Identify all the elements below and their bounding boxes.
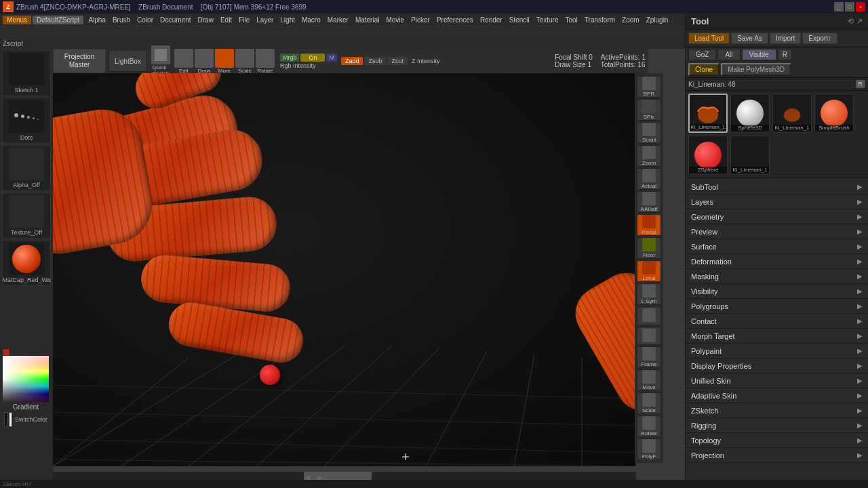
all-button[interactable]: All [717,49,740,60]
morph-target-section[interactable]: Morph Target ▶ [686,329,868,344]
menu-marker[interactable]: Marker [324,16,352,24]
load-tool-button[interactable]: Load Tool [688,33,730,44]
polyf-button[interactable]: PolyF [637,439,661,460]
visible-button[interactable]: Visible [742,49,776,60]
menu-file[interactable]: File [235,16,253,24]
persp-button[interactable]: Persp [637,214,661,236]
menu-document[interactable]: Document [157,16,195,24]
m-button[interactable]: M [326,54,337,62]
zadd-button[interactable]: Zadd [341,57,363,65]
local-button[interactable]: Local [637,260,661,282]
scale-button[interactable]: Scale [235,49,254,74]
export-button[interactable]: Export↑ [802,33,837,44]
masking-section[interactable]: Masking ▶ [686,269,868,284]
menu-transform[interactable]: Transform [581,16,618,24]
canvas-scrollbar[interactable] [53,472,636,480]
aahalf-button[interactable]: AAHalf [637,191,661,213]
menu-light[interactable]: Light [277,16,298,24]
menu-movie[interactable]: Movie [382,16,408,24]
layers-section[interactable]: Layers ▶ [686,195,868,209]
black-color-swatch[interactable] [4,412,7,427]
menu-edit[interactable]: Edit [217,16,235,24]
display-properties-section[interactable]: Display Properties ▶ [686,359,868,373]
rigging-section[interactable]: Rigging ▶ [686,418,868,433]
adaptive-skin-section[interactable]: Adaptive Skin ▶ [686,388,868,403]
polypaint-section[interactable]: Polypaint ▶ [686,344,868,359]
matcap-thumbnail[interactable]: MatCap_Red_Wa [2,240,51,286]
r-button[interactable]: R [778,49,792,60]
menu-picker[interactable]: Picker [408,16,433,24]
quick-sketch-icon[interactable] [151,45,170,64]
edit-button[interactable]: Edit [174,49,193,74]
mrgb-button[interactable]: Mrgb [280,54,300,62]
menus-button[interactable]: Menus [3,16,31,24]
move-button[interactable]: Move [637,369,661,391]
goz-button[interactable]: GoZ [688,49,716,60]
menu-texture[interactable]: Texture [533,16,562,24]
maximize-button[interactable]: □ [845,2,854,12]
alpha-thumbnail[interactable]: Alpha_Off [2,145,51,191]
geometry-section[interactable]: Geometry ▶ [686,209,868,224]
menu-draw[interactable]: Draw [195,16,217,24]
minimize-button[interactable]: _ [834,2,844,12]
color-picker[interactable]: Gradient SwitchColor [1,348,50,428]
rotate-button[interactable]: Rotate [256,49,275,74]
sym1-button[interactable] [637,306,661,325]
color-spectrum[interactable] [3,356,49,402]
menu-alpha[interactable]: Alpha [85,16,109,24]
sketch-thumbnail[interactable]: Sketch 1 [2,50,51,96]
import-button[interactable]: Import [770,33,801,44]
scroll-button[interactable]: Scroll [637,122,661,144]
menu-color[interactable]: Color [134,16,157,24]
clone-button[interactable]: Clone [688,63,719,76]
zsphere-thumb[interactable]: ZSphere [688,136,728,175]
simple-brush-thumb[interactable]: SimpleBrush [814,94,854,133]
white-color-swatch[interactable] [9,412,12,427]
topology-section[interactable]: Topology ▶ [686,433,868,448]
scroll-thumb[interactable] [304,472,372,480]
unified-skin-section[interactable]: Unified Skin ▶ [686,373,868,388]
spix-button[interactable]: SPix [637,99,661,121]
menu-brush[interactable]: Brush [109,16,134,24]
ki-r-button[interactable]: R [856,80,866,88]
visibility-section[interactable]: Visibility ▶ [686,284,868,299]
zsub-button[interactable]: Zsub [364,57,386,65]
projection-section[interactable]: Projection ▶ [686,448,868,463]
contact-section[interactable]: Contact ▶ [686,314,868,329]
zcut-button[interactable]: Zcut [387,57,408,65]
menu-macro[interactable]: Macro [298,16,324,24]
dots-thumbnail[interactable]: Dots [2,98,51,144]
preview-section[interactable]: Preview ▶ [686,224,868,239]
lsym-button[interactable]: L.Sym [637,283,661,305]
default-script-button[interactable]: DefaultZScript [33,16,83,24]
menu-material[interactable]: Material [352,16,383,24]
menu-preferences[interactable]: Preferences [433,16,477,24]
more-button[interactable]: More [215,49,234,74]
surface-section[interactable]: Surface ▶ [686,239,868,254]
ki-lineman-thumb-2[interactable]: Ki_Lineman_1 [772,94,812,133]
sphere3d-thumb[interactable]: Sphere3D [730,94,770,133]
texture-thumbnail[interactable]: Texture_Off [2,192,51,239]
lightbox-button[interactable]: LightBox [108,50,147,72]
ki-lineman-thumb-3[interactable]: Ki_Lineman_1 [730,136,770,175]
projection-master-button[interactable]: ProjectionMaster [53,49,106,73]
tool-panel-restore[interactable]: ↗ [856,17,863,26]
menu-zoom[interactable]: Zoom [618,16,643,24]
menu-zplugin[interactable]: Zplugin [643,16,672,24]
subtool-section[interactable]: SubTool ▶ [686,180,868,195]
actual-button[interactable]: Actual [637,168,661,190]
sym2-button[interactable] [637,327,661,346]
zsketch-section[interactable]: ZSketch ▶ [686,403,868,418]
deformation-section[interactable]: Deformation ▶ [686,254,868,269]
scale-right-button[interactable]: Scale [637,392,661,414]
zoom-button[interactable]: Zoom [637,145,661,167]
on-button[interactable]: On [300,54,325,62]
bpr-button[interactable]: BPR [637,76,661,98]
frame-button[interactable]: Frame [637,346,661,368]
close-button[interactable]: × [856,2,865,12]
menu-stencil[interactable]: Stencil [506,16,533,24]
ki-lineman-thumb-1[interactable]: Ki_Lineman_1 [688,94,728,133]
menu-layer[interactable]: Layer [253,16,277,24]
draw-button[interactable]: Draw [195,49,214,74]
make-polymesh3d-button[interactable]: Make PolyMesh3D [721,63,791,76]
